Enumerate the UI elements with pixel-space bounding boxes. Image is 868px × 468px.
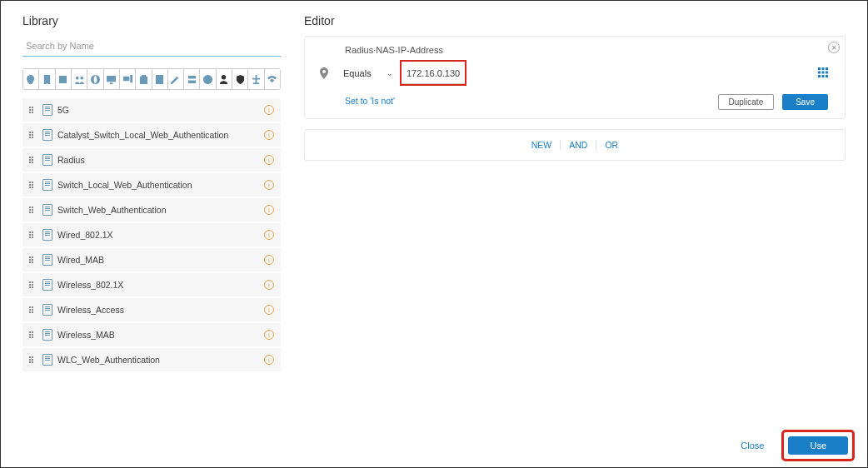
library-item[interactable]: Switch_Local_Web_Authenticationi [22,173,281,197]
info-icon[interactable]: i [264,105,274,115]
globe-icon[interactable] [87,69,103,89]
save-button[interactable]: Save [782,94,828,110]
drag-handle-icon[interactable] [29,182,37,188]
info-icon[interactable]: i [264,180,274,190]
library-item-label: Wired_802.1X [57,230,264,240]
library-list: 5GiCatalyst_Switch_Local_Web_Authenticat… [22,98,281,371]
library-item-label: 5G [57,105,264,115]
library-item[interactable]: WLC_Web_Authenticationi [22,348,281,371]
server-icon[interactable] [184,69,200,89]
drag-handle-icon[interactable] [29,107,37,113]
footer: Close Use [741,432,852,459]
info-icon[interactable]: i [264,130,274,140]
library-item-label: Wireless_MAB [57,330,264,340]
square-icon[interactable] [56,69,72,89]
drag-handle-icon[interactable] [29,232,37,238]
pin-icon[interactable] [23,69,39,89]
drag-handle-icon[interactable] [29,356,37,363]
search-input[interactable] [22,36,281,57]
drag-handle-icon[interactable] [29,281,37,288]
attribute-label: Radius·NAS-IP-Address [345,45,443,55]
library-item-label: WLC_Web_Authentication [57,355,264,365]
svg-rect-0 [818,67,821,70]
operator-value: Equals [343,68,372,78]
info-icon[interactable]: i [264,255,274,265]
library-item-label: Catalyst_Switch_Local_Web_Authentication [57,130,264,140]
library-toolbar [22,68,281,90]
document-icon [42,354,52,366]
svg-rect-2 [826,67,828,70]
library-title: Library [22,14,281,27]
library-item[interactable]: Catalyst_Switch_Local_Web_Authentication… [22,123,281,147]
document-icon [42,204,52,216]
operator-select[interactable]: Equals ⌄ [337,68,387,78]
close-button[interactable]: Close [741,441,764,451]
use-highlight: Use [784,432,852,459]
library-item[interactable]: Wired_802.1Xi [22,223,281,246]
library-item-label: Wireless_Access [57,305,264,315]
document-icon [42,279,52,291]
set-isnot-link[interactable]: Set to 'Is not' [345,96,395,106]
info-icon[interactable]: i [264,355,274,365]
document-icon [42,154,52,166]
drag-handle-icon[interactable] [29,132,37,138]
svg-rect-4 [822,71,825,73]
library-item[interactable]: Wireless_Accessi [22,298,281,321]
person-icon[interactable] [217,69,232,89]
document-icon [42,329,52,341]
library-item-label: Switch_Local_Web_Authentication [57,180,264,190]
drag-handle-icon[interactable] [29,331,37,338]
grid-icon[interactable] [818,66,828,81]
drag-handle-icon[interactable] [29,157,37,163]
info-icon[interactable]: i [264,205,274,215]
library-item[interactable]: Wireless_MABi [22,323,281,346]
shield-icon[interactable] [232,69,248,89]
duplicate-button[interactable]: Duplicate [718,94,775,110]
note-icon[interactable] [152,69,168,89]
chevron-down-icon: ⌄ [387,69,393,77]
library-item[interactable]: Switch_Web_Authenticationi [22,198,281,222]
info-icon[interactable]: i [264,330,274,340]
library-item-label: Wired_MAB [57,255,264,265]
edit-icon[interactable] [168,69,184,89]
library-item-label: Radius [57,155,264,165]
document-icon [42,129,52,141]
tree-icon[interactable] [248,69,264,89]
logic-panel: NEW AND OR [304,129,846,161]
svg-rect-5 [826,71,828,73]
editor-panel: Editor ✕ Radius·NAS-IP-Address Equals ⌄ … [304,14,846,417]
svg-rect-1 [822,67,825,70]
drag-handle-icon[interactable] [29,207,37,213]
wifi-icon[interactable] [265,69,280,89]
info-icon[interactable]: i [264,155,274,165]
logic-or[interactable]: OR [596,140,626,150]
library-item-label: Wireless_802.1X [57,280,264,290]
devices-icon[interactable] [120,69,136,89]
logic-and[interactable]: AND [561,140,596,150]
document-icon [42,254,52,266]
drag-handle-icon[interactable] [29,256,37,263]
value-input-wrap: 172.16.0.130 [402,62,465,84]
svg-rect-6 [818,75,821,77]
library-item[interactable]: Radiusi [22,148,281,172]
pin-icon [312,67,337,79]
clock-icon[interactable] [200,69,216,89]
svg-rect-8 [826,75,828,77]
library-item[interactable]: Wireless_802.1Xi [22,273,281,296]
monitor-icon[interactable] [104,69,120,89]
document-icon [42,229,52,241]
close-icon[interactable]: ✕ [828,42,840,53]
document-icon [42,179,52,191]
people-icon[interactable] [72,69,87,89]
info-icon[interactable]: i [264,305,274,315]
use-button[interactable]: Use [788,436,848,455]
value-input[interactable]: 172.16.0.130 [407,68,460,78]
bookmark-icon[interactable] [39,69,55,89]
clipboard-icon[interactable] [136,69,152,89]
info-icon[interactable]: i [264,230,274,240]
logic-new[interactable]: NEW [523,140,561,150]
library-item[interactable]: 5Gi [22,98,281,122]
library-item[interactable]: Wired_MABi [22,248,281,271]
info-icon[interactable]: i [264,280,274,290]
drag-handle-icon[interactable] [29,306,37,313]
